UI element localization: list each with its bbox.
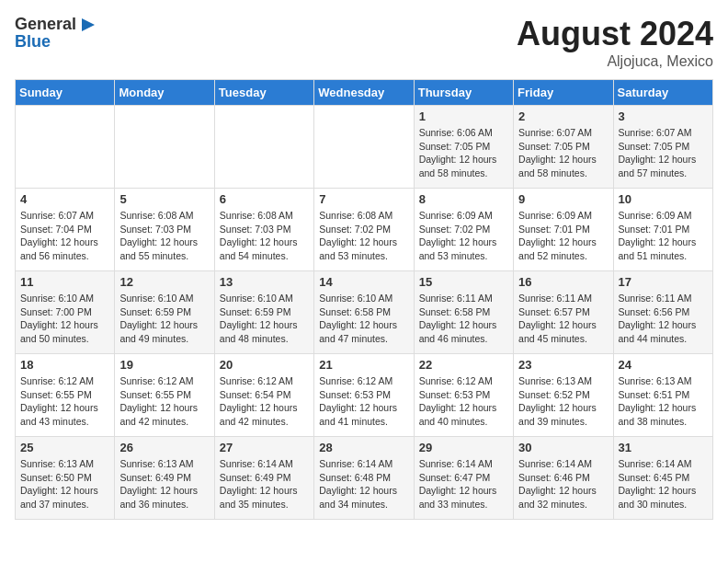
cell-0-0: [16, 106, 115, 189]
day-number: 2: [518, 109, 608, 123]
cell-3-4: 22Sunrise: 6:12 AM Sunset: 6:53 PM Dayli…: [414, 354, 513, 437]
cell-1-0: 4Sunrise: 6:07 AM Sunset: 7:04 PM Daylig…: [16, 189, 115, 271]
day-number: 9: [518, 192, 608, 206]
cell-2-1: 12Sunrise: 6:10 AM Sunset: 6:59 PM Dayli…: [115, 271, 214, 354]
day-info: Sunrise: 6:10 AM Sunset: 7:00 PM Dayligh…: [20, 292, 109, 346]
main-title: August 2024: [517, 15, 713, 53]
day-info: Sunrise: 6:12 AM Sunset: 6:53 PM Dayligh…: [419, 374, 508, 429]
day-number: 13: [220, 275, 309, 289]
day-number: 19: [119, 358, 209, 372]
cell-1-6: 10Sunrise: 6:09 AM Sunset: 7:01 PM Dayli…: [613, 189, 712, 271]
day-number: 11: [20, 275, 109, 289]
day-info: Sunrise: 6:14 AM Sunset: 6:49 PM Dayligh…: [220, 457, 309, 511]
cell-0-2: [214, 106, 313, 189]
day-info: Sunrise: 6:13 AM Sunset: 6:50 PM Dayligh…: [20, 457, 109, 511]
day-info: Sunrise: 6:08 AM Sunset: 7:02 PM Dayligh…: [319, 209, 408, 263]
day-number: 8: [419, 192, 508, 206]
day-info: Sunrise: 6:10 AM Sunset: 6:59 PM Dayligh…: [119, 292, 209, 346]
cell-4-3: 28Sunrise: 6:14 AM Sunset: 6:48 PM Dayli…: [314, 437, 414, 520]
calendar-table: Sunday Monday Tuesday Wednesday Thursday…: [15, 79, 713, 520]
day-info: Sunrise: 6:09 AM Sunset: 7:01 PM Dayligh…: [518, 209, 608, 263]
week-row-3: 11Sunrise: 6:10 AM Sunset: 7:00 PM Dayli…: [16, 271, 713, 354]
logo-arrow-icon: [78, 15, 98, 35]
cell-3-0: 18Sunrise: 6:12 AM Sunset: 6:55 PM Dayli…: [16, 354, 115, 437]
cell-4-6: 31Sunrise: 6:14 AM Sunset: 6:45 PM Dayli…: [613, 437, 712, 520]
day-number: 23: [518, 358, 608, 372]
logo-general: General: [15, 16, 76, 34]
day-info: Sunrise: 6:07 AM Sunset: 7:05 PM Dayligh…: [518, 126, 608, 180]
day-info: Sunrise: 6:06 AM Sunset: 7:05 PM Dayligh…: [419, 126, 508, 180]
calendar-header: Sunday Monday Tuesday Wednesday Thursday…: [16, 80, 713, 106]
week-row-5: 25Sunrise: 6:13 AM Sunset: 6:50 PM Dayli…: [16, 437, 713, 520]
calendar-body: 1Sunrise: 6:06 AM Sunset: 7:05 PM Daylig…: [16, 106, 713, 520]
day-number: 17: [619, 275, 708, 289]
header-tuesday: Tuesday: [214, 80, 313, 106]
cell-4-0: 25Sunrise: 6:13 AM Sunset: 6:50 PM Dayli…: [16, 437, 115, 520]
cell-1-5: 9Sunrise: 6:09 AM Sunset: 7:01 PM Daylig…: [514, 189, 613, 271]
header-thursday: Thursday: [414, 80, 513, 106]
day-info: Sunrise: 6:09 AM Sunset: 7:01 PM Dayligh…: [619, 209, 708, 263]
header-wednesday: Wednesday: [314, 80, 414, 106]
header-saturday: Saturday: [613, 80, 712, 106]
day-number: 10: [619, 192, 708, 206]
day-info: Sunrise: 6:07 AM Sunset: 7:05 PM Dayligh…: [619, 126, 708, 180]
day-number: 4: [20, 192, 109, 206]
cell-2-2: 13Sunrise: 6:10 AM Sunset: 6:59 PM Dayli…: [214, 271, 313, 354]
cell-0-1: [115, 106, 214, 189]
day-number: 20: [220, 358, 309, 372]
cell-2-4: 15Sunrise: 6:11 AM Sunset: 6:58 PM Dayli…: [414, 271, 513, 354]
cell-2-6: 17Sunrise: 6:11 AM Sunset: 6:56 PM Dayli…: [613, 271, 712, 354]
week-row-1: 1Sunrise: 6:06 AM Sunset: 7:05 PM Daylig…: [16, 106, 713, 189]
cell-3-3: 21Sunrise: 6:12 AM Sunset: 6:53 PM Dayli…: [314, 354, 414, 437]
cell-0-3: [314, 106, 414, 189]
day-number: 16: [518, 275, 608, 289]
cell-4-2: 27Sunrise: 6:14 AM Sunset: 6:49 PM Dayli…: [214, 437, 313, 520]
header-sunday: Sunday: [16, 80, 115, 106]
cell-2-5: 16Sunrise: 6:11 AM Sunset: 6:57 PM Dayli…: [514, 271, 613, 354]
cell-3-6: 24Sunrise: 6:13 AM Sunset: 6:51 PM Dayli…: [613, 354, 712, 437]
day-info: Sunrise: 6:13 AM Sunset: 6:52 PM Dayligh…: [518, 374, 608, 429]
day-info: Sunrise: 6:11 AM Sunset: 6:58 PM Dayligh…: [419, 292, 508, 346]
cell-4-1: 26Sunrise: 6:13 AM Sunset: 6:49 PM Dayli…: [115, 437, 214, 520]
cell-2-3: 14Sunrise: 6:10 AM Sunset: 6:58 PM Dayli…: [314, 271, 414, 354]
day-info: Sunrise: 6:14 AM Sunset: 6:48 PM Dayligh…: [319, 457, 408, 511]
day-number: 29: [419, 441, 508, 454]
day-number: 7: [319, 192, 408, 206]
day-info: Sunrise: 6:10 AM Sunset: 6:59 PM Dayligh…: [220, 292, 309, 346]
day-number: 22: [419, 358, 508, 372]
day-info: Sunrise: 6:12 AM Sunset: 6:55 PM Dayligh…: [119, 374, 209, 429]
day-number: 26: [119, 441, 209, 454]
day-number: 27: [220, 441, 309, 454]
day-info: Sunrise: 6:07 AM Sunset: 7:04 PM Dayligh…: [20, 209, 109, 263]
day-info: Sunrise: 6:14 AM Sunset: 6:45 PM Dayligh…: [619, 457, 708, 511]
day-number: 21: [319, 358, 408, 372]
cell-0-5: 2Sunrise: 6:07 AM Sunset: 7:05 PM Daylig…: [514, 106, 613, 189]
logo: General Blue: [15, 15, 98, 52]
day-number: 15: [419, 275, 508, 289]
day-info: Sunrise: 6:11 AM Sunset: 6:57 PM Dayligh…: [518, 292, 608, 346]
day-number: 6: [220, 192, 309, 206]
cell-1-1: 5Sunrise: 6:08 AM Sunset: 7:03 PM Daylig…: [115, 189, 214, 271]
cell-1-2: 6Sunrise: 6:08 AM Sunset: 7:03 PM Daylig…: [214, 189, 313, 271]
day-info: Sunrise: 6:10 AM Sunset: 6:58 PM Dayligh…: [319, 292, 408, 346]
week-row-2: 4Sunrise: 6:07 AM Sunset: 7:04 PM Daylig…: [16, 189, 713, 271]
header-friday: Friday: [514, 80, 613, 106]
day-info: Sunrise: 6:14 AM Sunset: 6:47 PM Dayligh…: [419, 457, 508, 511]
cell-3-1: 19Sunrise: 6:12 AM Sunset: 6:55 PM Dayli…: [115, 354, 214, 437]
day-number: 5: [119, 192, 209, 206]
day-info: Sunrise: 6:14 AM Sunset: 6:46 PM Dayligh…: [518, 457, 608, 511]
day-info: Sunrise: 6:12 AM Sunset: 6:53 PM Dayligh…: [319, 374, 408, 429]
header-row: Sunday Monday Tuesday Wednesday Thursday…: [16, 80, 713, 106]
page-header: General Blue August 2024 Aljojuca, Mexic…: [15, 15, 713, 70]
cell-4-4: 29Sunrise: 6:14 AM Sunset: 6:47 PM Dayli…: [414, 437, 513, 520]
day-number: 25: [20, 441, 109, 454]
cell-0-4: 1Sunrise: 6:06 AM Sunset: 7:05 PM Daylig…: [414, 106, 513, 189]
day-info: Sunrise: 6:09 AM Sunset: 7:02 PM Dayligh…: [419, 209, 508, 263]
header-monday: Monday: [115, 80, 214, 106]
day-info: Sunrise: 6:12 AM Sunset: 6:54 PM Dayligh…: [220, 374, 309, 429]
day-number: 24: [619, 358, 708, 372]
svg-marker-0: [82, 18, 95, 31]
day-number: 14: [319, 275, 408, 289]
title-area: August 2024 Aljojuca, Mexico: [517, 15, 713, 70]
cell-0-6: 3Sunrise: 6:07 AM Sunset: 7:05 PM Daylig…: [613, 106, 712, 189]
